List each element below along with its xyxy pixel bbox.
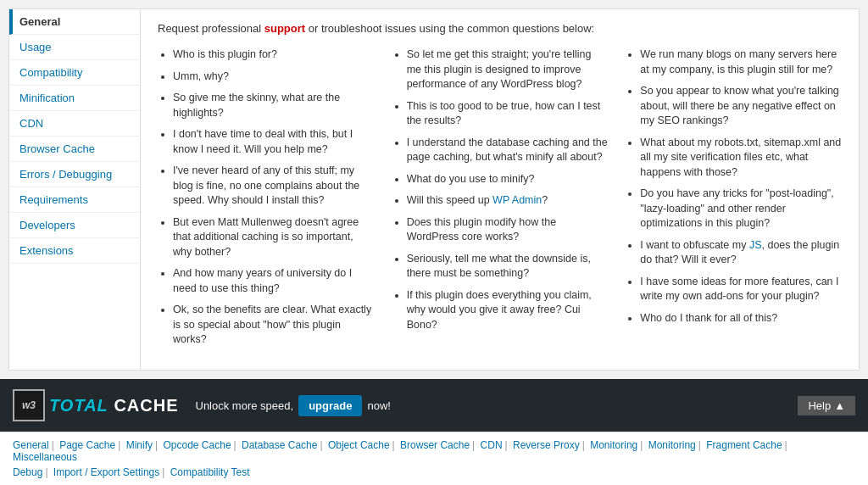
bottom-link-row-2: Debug| Import / Export Settings| Compati… <box>13 466 855 478</box>
separator: | <box>640 439 643 451</box>
list-item: Does this plugin modify how the WordPres… <box>407 215 609 245</box>
list-item: If this plugin does everything you claim… <box>407 288 609 333</box>
faq-col-2: So let me get this straight; you're tell… <box>392 47 609 354</box>
help-label: Help <box>808 399 831 412</box>
main-area: General Usage Compatibility Minification… <box>0 0 868 379</box>
list-item: But even Matt Mullenweg doesn't agree th… <box>173 215 375 260</box>
intro-text: Request professional support or troubles… <box>158 22 842 35</box>
logo-total: TOTAL <box>49 396 108 415</box>
separator: | <box>162 466 164 478</box>
upgrade-area: Unlock more speed, upgrade now! <box>196 395 391 416</box>
sidebar-item-cdn[interactable]: CDN <box>9 111 140 137</box>
list-item: This is too good to be true, how can I t… <box>407 99 609 129</box>
intro-prefix: Request professional <box>158 22 264 35</box>
list-item: I have some ideas for more features, can… <box>640 275 842 304</box>
list-item: I want to obfuscate my JS, does the plug… <box>640 238 842 268</box>
list-item: Who do I thank for all of this? <box>640 311 842 326</box>
help-button[interactable]: Help ▲ <box>798 396 855 415</box>
separator: | <box>118 439 120 451</box>
list-item: Ok, so the benefits are clear. What exac… <box>173 303 375 348</box>
unlock-text: Unlock more speed, <box>196 399 294 412</box>
separator: | <box>234 439 236 451</box>
list-item: So give me the skinny, what are the high… <box>173 91 375 120</box>
sidebar-item-general[interactable]: General <box>9 9 140 35</box>
faq-col-1: Who is this plugin for? Umm, why? So giv… <box>158 47 375 354</box>
separator: | <box>582 439 585 451</box>
link-monitoring-1[interactable]: Monitoring <box>590 439 637 451</box>
logo-area: w3 TOTAL CACHE <box>13 389 179 421</box>
content-panel: Request professional support or troubles… <box>140 8 860 371</box>
faq-list-2: So let me get this straight; you're tell… <box>392 47 609 332</box>
link-page-cache[interactable]: Page Cache <box>59 439 115 451</box>
bottom-links: General| Page Cache| Minify| Opcode Cach… <box>0 432 868 485</box>
list-item: So let me get this straight; you're tell… <box>407 47 609 92</box>
faq-columns: Who is this plugin for? Umm, why? So giv… <box>158 47 842 354</box>
separator: | <box>785 439 787 451</box>
list-item: Who is this plugin for? <box>173 47 375 63</box>
link-compatibility-test[interactable]: Compatibility Test <box>170 466 250 478</box>
link-fragment-cache[interactable]: Fragment Cache <box>706 439 782 451</box>
link-debug[interactable]: Debug <box>13 466 42 478</box>
list-item: Umm, why? <box>173 70 375 85</box>
sidebar-item-usage[interactable]: Usage <box>9 35 140 60</box>
wp-admin-link[interactable]: WP Admin <box>492 194 542 206</box>
link-opcode-cache[interactable]: Opcode Cache <box>164 439 231 451</box>
sidebar: General Usage Compatibility Minification… <box>8 8 140 371</box>
now-text: now! <box>367 399 390 412</box>
sidebar-item-extensions[interactable]: Extensions <box>9 238 140 264</box>
list-item: Seriously, tell me what the downside is,… <box>407 252 609 282</box>
w3-logo-icon: w3 <box>13 389 45 421</box>
separator: | <box>52 439 54 451</box>
list-item: I don't have time to deal with this, but… <box>173 127 375 157</box>
link-database-cache[interactable]: Database Cache <box>242 439 317 451</box>
separator: | <box>392 439 395 451</box>
link-cdn[interactable]: CDN <box>481 439 503 451</box>
link-general[interactable]: General <box>13 439 49 451</box>
sidebar-item-developers[interactable]: Developers <box>9 213 140 238</box>
list-item: Will this speed up WP Admin? <box>407 193 609 209</box>
sidebar-item-browser-cache[interactable]: Browser Cache <box>9 137 140 162</box>
link-miscellaneous[interactable]: Miscellaneous <box>13 451 77 463</box>
faq-list-3: We run many blogs on many servers here a… <box>625 47 842 326</box>
separator: | <box>155 439 158 451</box>
page-wrapper: General Usage Compatibility Minification… <box>0 0 868 485</box>
list-item: And how many years of university do I ne… <box>173 266 375 296</box>
logo-text: TOTAL CACHE <box>49 396 179 415</box>
support-link[interactable]: support <box>264 22 305 35</box>
link-minify[interactable]: Minify <box>126 439 153 451</box>
link-reverse-proxy[interactable]: Reverse Proxy <box>513 439 580 451</box>
separator: | <box>472 439 475 451</box>
separator: | <box>45 466 47 478</box>
sidebar-item-errors-debugging[interactable]: Errors / Debugging <box>9 162 140 187</box>
faq-col-3: We run many blogs on many servers here a… <box>625 47 842 354</box>
upgrade-button[interactable]: upgrade <box>298 395 362 416</box>
logo-cache: CACHE <box>108 396 179 415</box>
sidebar-item-compatibility[interactable]: Compatibility <box>9 60 140 86</box>
sidebar-item-minification[interactable]: Minification <box>9 86 140 111</box>
sidebar-item-requirements[interactable]: Requirements <box>9 187 140 213</box>
list-item: Do you have any tricks for "post-loading… <box>640 187 842 231</box>
footer-bar: w3 TOTAL CACHE Unlock more speed, upgrad… <box>0 379 868 432</box>
faq-list-1: Who is this plugin for? Umm, why? So giv… <box>158 47 375 348</box>
link-monitoring-2[interactable]: Monitoring <box>648 439 696 451</box>
intro-suffix: or troubleshoot issues using the common … <box>305 22 594 35</box>
link-browser-cache[interactable]: Browser Cache <box>400 439 470 451</box>
list-item: We run many blogs on many servers here a… <box>640 47 842 77</box>
separator: | <box>698 439 701 451</box>
separator: | <box>320 439 322 451</box>
js-link[interactable]: JS <box>749 239 762 251</box>
link-object-cache[interactable]: Object Cache <box>328 439 390 451</box>
separator: | <box>505 439 508 451</box>
list-item: What about my robots.txt, sitemap.xml an… <box>640 136 842 181</box>
list-item: I've never heard of any of this stuff; m… <box>173 164 375 209</box>
chevron-up-icon: ▲ <box>834 399 845 412</box>
link-import-export[interactable]: Import / Export Settings <box>53 466 159 478</box>
list-item: What do you use to minify? <box>407 172 609 187</box>
list-item: So you appear to know what you're talkin… <box>640 84 842 129</box>
list-item: I understand the database caching and th… <box>407 136 609 165</box>
bottom-link-row-1: General| Page Cache| Minify| Opcode Cach… <box>13 439 855 463</box>
